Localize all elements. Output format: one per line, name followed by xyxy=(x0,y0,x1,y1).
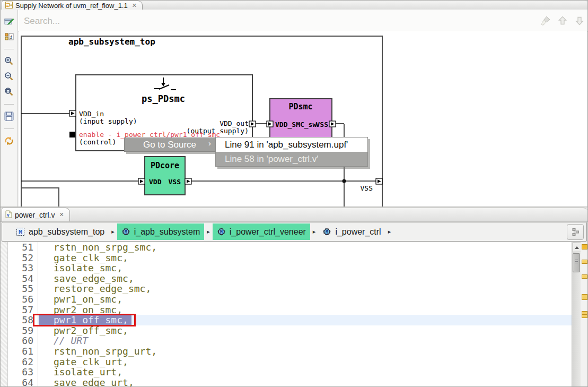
vdd-in-label: VDD_in xyxy=(79,110,104,118)
search-prev-button[interactable] xyxy=(556,14,569,27)
search-input[interactable] xyxy=(23,13,529,29)
context-menu-go-to-source[interactable]: Go to Source › xyxy=(124,137,215,152)
code-line-64[interactable]: 64save_edge_urt, xyxy=(8,377,572,387)
overview-marker[interactable] xyxy=(582,260,587,264)
close-icon[interactable]: ✕ xyxy=(132,2,137,9)
vss-border-port-marker xyxy=(376,178,382,184)
submenu-item[interactable]: Line 91 in 'apb_subsystem.upf' xyxy=(216,137,367,152)
annotate-button[interactable] xyxy=(3,15,15,28)
code-line-59[interactable]: 59pwr2_off_smc, xyxy=(8,325,572,336)
code-line-61[interactable]: 61rstn_non_srpg_urt, xyxy=(8,346,572,357)
code-text-area[interactable]: pwr1_on_smc, xyxy=(38,294,572,305)
supply-network-diagram: apb_subsystem_top ps_PDsm xyxy=(19,31,587,207)
zoom-out-button[interactable] xyxy=(3,70,15,83)
svg-text:v: v xyxy=(7,213,10,218)
breadcrumb-item-apb_subsystem_top[interactable]: Mapb_subsystem_top xyxy=(12,223,109,240)
code-text-area[interactable]: rstn_non_srpg_smc, xyxy=(38,242,572,253)
svg-text:M: M xyxy=(220,230,223,235)
code-text-area[interactable]: // URT xyxy=(38,336,572,346)
verilog-file-icon: v xyxy=(5,210,12,218)
code-text-area[interactable]: save_edge_urt, xyxy=(38,377,572,387)
breadcrumb-item-i_power_ctrl[interactable]: Mi_power_ctrl xyxy=(318,223,385,240)
code-line-58[interactable]: 58pwr1_off_smc, xyxy=(8,315,572,325)
clear-search-button[interactable] xyxy=(539,14,552,27)
code-text-area[interactable]: gate_clk_urt, xyxy=(38,357,572,367)
zoom-in-button[interactable] xyxy=(3,55,15,67)
breadcrumb-separator-icon[interactable]: ▸ xyxy=(111,228,115,235)
tab-power-ctrl-v[interactable]: v power_ctrl.v ✕ xyxy=(2,208,70,221)
ps-pdsmc-title: ps_PDsmc xyxy=(142,93,185,104)
code-text-area[interactable]: isolate_smc, xyxy=(38,263,572,273)
overview-marker[interactable] xyxy=(582,294,587,300)
code-line-55[interactable]: 55restore_edge_smc, xyxy=(8,283,572,294)
overview-ruler[interactable] xyxy=(581,242,588,387)
code-text-area[interactable]: gate_clk_smc, xyxy=(38,253,572,263)
hierarchy-icon xyxy=(571,228,580,236)
pdcore-left-port-marker xyxy=(138,178,145,184)
code-text-area[interactable]: pwr2_off_smc, xyxy=(38,325,572,336)
code-text: rstn_non_srpg_urt, xyxy=(54,346,157,357)
instance-icon: M xyxy=(322,227,331,236)
breadcrumb-item-i_power_ctrl_veneer[interactable]: Mi_power_ctrl_veneer xyxy=(213,223,310,240)
code-text-area[interactable]: pwr1_off_smc, xyxy=(38,315,572,325)
annotate-icon xyxy=(4,17,14,26)
code-comment: // URT xyxy=(54,335,88,346)
vdd-in-type: (input supply) xyxy=(79,117,137,125)
code-line-62[interactable]: 62gate_clk_urt, xyxy=(8,357,572,367)
code-text-area[interactable]: rstn_non_srpg_urt, xyxy=(38,346,572,357)
code-text: pwr1_on_smc, xyxy=(54,294,122,305)
tab-supply-network[interactable]: Supply Network of uvm_ref_flow_1.1 ✕ xyxy=(2,1,143,10)
code-line-53[interactable]: 53isolate_smc, xyxy=(8,263,572,273)
scrollbar-thumb[interactable] xyxy=(573,253,580,272)
code-line-56[interactable]: 56pwr1_on_smc, xyxy=(8,294,572,305)
breadcrumb-separator-icon[interactable]: ▸ xyxy=(388,228,391,235)
editor-scrollbar[interactable] xyxy=(572,242,581,387)
pdsmc-right-port-marker xyxy=(329,121,336,127)
pdcore-right-port-label: VSS xyxy=(169,178,181,186)
properties-icon: i xyxy=(5,32,14,41)
code-text: isolate_urt, xyxy=(54,366,122,377)
supply-network-canvas[interactable]: apb_subsystem_top ps_PDsm xyxy=(19,31,587,207)
code-line-60[interactable]: 60// URT xyxy=(8,336,572,346)
vdd-out-label: VDD_out xyxy=(220,119,249,127)
close-icon[interactable]: ✕ xyxy=(59,211,64,218)
show-hierarchy-button[interactable] xyxy=(567,224,584,240)
line-number: 60 xyxy=(8,336,38,346)
application-window: Supply Network of uvm_ref_flow_1.1 ✕ i a… xyxy=(0,0,588,387)
go-to-source-label: Go to Source xyxy=(143,140,196,150)
code-editor[interactable]: 51rstn_non_srpg_smc,52gate_clk_smc,53iso… xyxy=(1,242,572,387)
overview-marker[interactable] xyxy=(582,311,587,318)
breadcrumb-label: apb_subsystem_top xyxy=(29,227,104,237)
code-line-63[interactable]: 63isolate_urt, xyxy=(8,367,572,377)
code-text: rstn_non_srpg_smc, xyxy=(54,242,157,253)
tab-power-ctrl-label: power_ctrl.v xyxy=(15,211,55,219)
zoom-in-icon xyxy=(4,56,14,66)
submenu-item[interactable]: Line 58 in 'power_ctrl.v' xyxy=(216,152,367,166)
zoom-fit-button[interactable] xyxy=(3,85,15,98)
overview-marker[interactable] xyxy=(582,244,587,250)
refresh-button[interactable] xyxy=(3,134,15,147)
code-lines: 51rstn_non_srpg_smc,52gate_clk_smc,53iso… xyxy=(8,242,572,387)
code-text-area[interactable]: restore_edge_smc, xyxy=(38,283,572,294)
breadcrumb-item-i_apb_subsystem[interactable]: Mi_apb_subsystem xyxy=(117,223,205,240)
code-line-51[interactable]: 51rstn_non_srpg_smc, xyxy=(8,242,572,253)
breadcrumb-separator-icon[interactable]: ▸ xyxy=(313,228,316,235)
code-text-area[interactable]: isolate_urt, xyxy=(38,367,572,377)
breadcrumb-label: i_power_ctrl xyxy=(335,227,381,237)
annotation-ruler[interactable] xyxy=(1,242,8,387)
search-next-button[interactable] xyxy=(573,14,586,27)
save-button[interactable] xyxy=(3,110,15,123)
breadcrumb-separator-icon[interactable]: ▸ xyxy=(207,228,210,235)
supply-network-icon xyxy=(5,2,13,10)
code-line-52[interactable]: 52gate_clk_smc, xyxy=(8,253,572,263)
line-number: 53 xyxy=(8,263,38,273)
overview-marker[interactable] xyxy=(582,274,587,279)
pdsmc-right-port-label: VSS xyxy=(316,121,329,128)
code-text-area[interactable]: save_edge_smc, xyxy=(38,273,572,284)
properties-button[interactable]: i xyxy=(3,30,15,43)
vdd-out-type: (output supply) xyxy=(187,127,249,135)
scroll-up-icon[interactable] xyxy=(573,243,581,252)
code-line-54[interactable]: 54save_edge_smc, xyxy=(8,273,572,284)
partial-block xyxy=(21,188,59,207)
wire-junction xyxy=(343,179,346,183)
